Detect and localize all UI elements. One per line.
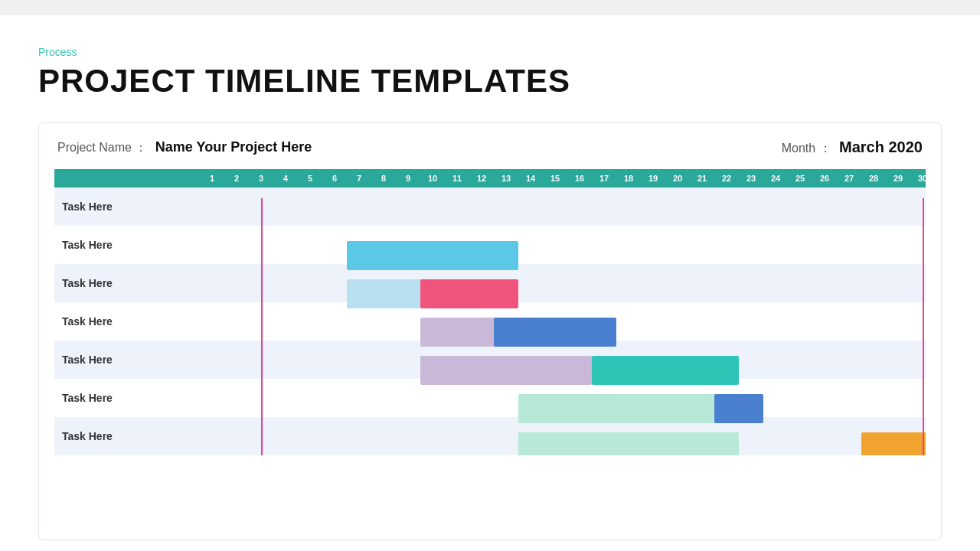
day-cell: [690, 226, 714, 264]
day-cell: [347, 187, 371, 226]
day-cell: [812, 187, 837, 226]
day-cell: [788, 417, 812, 455]
day-cell: [861, 226, 886, 264]
day-cell: [616, 302, 641, 341]
table-row: Task Here: [54, 187, 926, 226]
day-cell: [886, 187, 910, 226]
day-cell: [592, 226, 616, 264]
day-cell: [518, 187, 543, 226]
day-cell: [616, 417, 641, 455]
day-cell: [543, 187, 567, 226]
day-cell: [347, 379, 371, 417]
day-cell: [249, 379, 273, 417]
day-cell: [494, 264, 518, 302]
category-label: Process: [38, 46, 942, 58]
day-cell: [347, 302, 371, 341]
day-cell: [445, 417, 469, 455]
day-cell: [396, 341, 420, 379]
day-cell: [322, 226, 347, 264]
day-cell: [812, 379, 837, 417]
day-cell: [396, 302, 420, 341]
table-row: Task Here: [54, 341, 926, 379]
day-cell: [420, 341, 445, 379]
day-cell: [371, 264, 396, 302]
task-name-cell: Task Here: [54, 379, 200, 417]
day-cell: [494, 187, 518, 226]
day-cell: [224, 341, 249, 379]
day-cell: [396, 226, 420, 264]
day-cell: [739, 302, 763, 341]
day-cell: [322, 417, 347, 455]
day-cell: [298, 341, 322, 379]
day-cell: [567, 264, 592, 302]
day-cell: [396, 379, 420, 417]
day-cell: [469, 226, 494, 264]
day-cell: [273, 264, 298, 302]
day-cell: [200, 379, 224, 417]
day-cell: [910, 417, 926, 455]
day-cell: [249, 341, 273, 379]
day-cell: [322, 187, 347, 226]
day-cell: [739, 341, 763, 379]
day-cell: [273, 187, 298, 226]
project-name-value: Name Your Project Here: [155, 139, 312, 155]
day-cell: [714, 187, 739, 226]
day-cell: [592, 417, 616, 455]
day-cell: [469, 264, 494, 302]
day-cell: [420, 264, 445, 302]
day-cell: [494, 417, 518, 455]
day-cell: [273, 302, 298, 341]
day-cell: [249, 226, 273, 264]
day-cell: [788, 379, 812, 417]
day-cell: [812, 264, 837, 302]
day-cell: [886, 417, 910, 455]
day-cell: [886, 341, 910, 379]
day-cell: [224, 187, 249, 226]
day-cell: [396, 187, 420, 226]
day-cell: [763, 264, 788, 302]
day-cell: [518, 302, 543, 341]
day-cell: [273, 341, 298, 379]
day-cell: [420, 226, 445, 264]
task-name-cell: Task Here: [54, 264, 200, 302]
day-cell: [812, 226, 837, 264]
day-cell: [567, 302, 592, 341]
day-cell: [837, 302, 861, 341]
day-cell: [910, 226, 926, 264]
day-cell: [763, 187, 788, 226]
day-cell: [788, 226, 812, 264]
day-cell: [298, 417, 322, 455]
main-title: PROJECT TIMELINE TEMPLATES: [38, 63, 942, 99]
day-cell: [420, 302, 445, 341]
month-separator: ：: [819, 142, 831, 155]
task-name-cell: Task Here: [54, 341, 200, 379]
table-row: Task Here: [54, 226, 926, 264]
day-cell: [322, 341, 347, 379]
day-cell: [298, 226, 322, 264]
day-cell: [543, 341, 567, 379]
day-cell: [910, 187, 926, 226]
day-cell: [837, 264, 861, 302]
day-cell: [396, 417, 420, 455]
day-cell: [273, 226, 298, 264]
day-cell: [861, 417, 886, 455]
day-cell: [445, 379, 469, 417]
day-cell: [714, 379, 739, 417]
day-cell: [224, 264, 249, 302]
day-cell: [910, 302, 926, 341]
day-cell: [249, 417, 273, 455]
day-cell: [665, 379, 690, 417]
day-cell: [641, 226, 665, 264]
day-cell: [690, 187, 714, 226]
day-cell: [665, 417, 690, 455]
project-name-label: Project Name: [57, 141, 132, 154]
day-cell: [273, 417, 298, 455]
day-cell: [200, 302, 224, 341]
day-cell: [518, 264, 543, 302]
day-cell: [494, 379, 518, 417]
day-cell: [567, 379, 592, 417]
day-cell: [200, 187, 224, 226]
day-cell: [543, 302, 567, 341]
day-cell: [420, 379, 445, 417]
day-cell: [763, 341, 788, 379]
